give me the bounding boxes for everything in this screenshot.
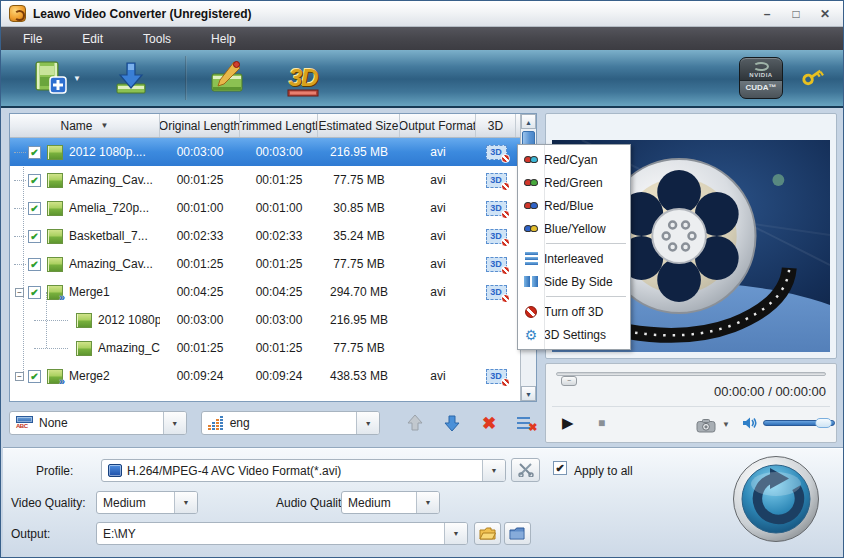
- tree-branch-line: [34, 348, 68, 349]
- 3d-off-badge[interactable]: 3D: [486, 229, 507, 244]
- subtitle-dropdown-arrow[interactable]: ▼: [163, 412, 186, 434]
- menu-item-interleaved[interactable]: Interleaved: [518, 247, 630, 270]
- menubar-item-edit[interactable]: Edit: [68, 29, 117, 49]
- row-name: Basketball_7...: [69, 229, 148, 243]
- row-checkbox[interactable]: ✔: [28, 286, 41, 299]
- close-button[interactable]: ✕: [815, 6, 835, 22]
- table-row[interactable]: −✔»Merge200:09:2400:09:24438.53 MBavi3D: [10, 362, 520, 390]
- profile-edit-button[interactable]: [511, 458, 540, 482]
- tree-collapse-box[interactable]: −: [15, 372, 24, 381]
- volume-slider-handle[interactable]: [815, 418, 832, 428]
- video-quality-select[interactable]: Medium ▼: [96, 491, 198, 514]
- 3d-off-badge[interactable]: 3D: [486, 173, 507, 188]
- sidebyside-icon: [518, 276, 544, 287]
- clear-list-button[interactable]: ✖: [516, 412, 537, 434]
- audio-track-select[interactable]: eng ▼: [201, 411, 381, 435]
- profile-value: H.264/MPEG-4 AVC Video Format(*.avi): [127, 464, 341, 478]
- move-down-button[interactable]: [441, 412, 462, 434]
- browse-folder-button[interactable]: [504, 522, 531, 545]
- menu-item-red-cyan[interactable]: Red/Cyan: [518, 148, 630, 171]
- audio-dropdown-arrow[interactable]: ▼: [356, 412, 379, 434]
- audio-quality-select[interactable]: Medium ▼: [341, 491, 440, 514]
- menubar-item-file[interactable]: File: [9, 29, 56, 49]
- edit-video-button[interactable]: [201, 54, 255, 102]
- scroll-up-button[interactable]: ▲: [521, 114, 536, 129]
- stop-button[interactable]: ■: [598, 416, 605, 430]
- menu-item-3d-settings[interactable]: ⚙3D Settings: [518, 323, 630, 346]
- audio-track-icon: [208, 416, 224, 431]
- menubar-item-tools[interactable]: Tools: [129, 29, 185, 49]
- column-header-trimmed-length[interactable]: Trimmed Length: [240, 114, 318, 137]
- column-header-output-format[interactable]: Output Format: [400, 114, 476, 137]
- register-key-button[interactable]: [801, 65, 825, 91]
- audio-quality-dropdown-arrow[interactable]: ▼: [416, 492, 439, 513]
- download-video-button[interactable]: [105, 54, 157, 102]
- row-checkbox[interactable]: ✔: [28, 230, 41, 243]
- play-button[interactable]: ▶: [562, 414, 574, 432]
- 3d-off-badge[interactable]: 3D: [486, 201, 507, 216]
- snapshot-button[interactable]: [696, 419, 716, 437]
- table-row[interactable]: ✔Basketball_7...00:02:3300:02:3335.24 MB…: [10, 222, 520, 250]
- column-header-3d[interactable]: 3D: [476, 114, 516, 137]
- table-row[interactable]: ✔2012 1080p....00:03:0000:03:00216.95 MB…: [10, 138, 520, 166]
- subtitle-select[interactable]: ABC None ▼: [9, 411, 187, 435]
- table-row[interactable]: ✔Amazing_Cav...00:01:2500:01:2577.75 MBa…: [10, 250, 520, 278]
- row-3d-cell: 3D: [476, 222, 516, 250]
- move-up-button[interactable]: [404, 412, 425, 434]
- menu-item-side-by-side[interactable]: Side By Side: [518, 270, 630, 293]
- table-row[interactable]: −✔»Merge100:04:2500:04:25294.70 MBavi3D: [10, 278, 520, 306]
- volume-slider[interactable]: [763, 420, 835, 426]
- move-down-icon: [443, 414, 461, 432]
- video-quality-dropdown-arrow[interactable]: ▼: [174, 492, 197, 513]
- menubar: FileEditToolsHelp: [1, 27, 843, 50]
- apply-to-all-checkbox[interactable]: ✔: [553, 461, 567, 475]
- snapshot-dropdown-caret[interactable]: ▼: [722, 420, 730, 429]
- row-3d-cell: [476, 306, 516, 334]
- add-video-button[interactable]: ▼: [23, 54, 89, 102]
- row-original-length: 00:01:25: [160, 334, 240, 362]
- menu-item-red-green[interactable]: Red/Green: [518, 171, 630, 194]
- column-header-name[interactable]: Name▼: [10, 114, 160, 137]
- menu-item-red-blue[interactable]: Red/Blue: [518, 194, 630, 217]
- scroll-down-button[interactable]: ▼: [521, 386, 536, 401]
- context-menu-3d: Red/CyanRed/GreenRed/BlueBlue/YellowInte…: [517, 144, 631, 350]
- table-row[interactable]: ✔Amazing_Cav...00:01:2500:01:2577.75 MBa…: [10, 166, 520, 194]
- menu-item-turn-off-3d[interactable]: Turn off 3D: [518, 300, 630, 323]
- row-3d-cell: 3D: [476, 194, 516, 222]
- row-checkbox[interactable]: ✔: [28, 174, 41, 187]
- open-folder-button[interactable]: [474, 522, 501, 545]
- row-checkbox[interactable]: ✔: [28, 258, 41, 271]
- 3d-off-badge[interactable]: 3D: [486, 257, 507, 272]
- convert-button[interactable]: [732, 455, 820, 547]
- profile-dropdown-arrow[interactable]: ▼: [482, 460, 505, 481]
- output-path-input[interactable]: E:\MY ▼: [96, 522, 468, 545]
- seek-slider[interactable]: −: [556, 372, 826, 376]
- maximize-button[interactable]: □: [786, 6, 806, 22]
- 3d-off-badge[interactable]: 3D: [486, 285, 507, 300]
- row-name: 2012 1080p....: [69, 145, 146, 159]
- 3d-movie-button[interactable]: 3D: [281, 54, 326, 102]
- output-dropdown-arrow[interactable]: ▼: [444, 523, 467, 544]
- table-row[interactable]: Amazing_Cav...00:01:2500:01:2577.75 MB: [10, 334, 520, 362]
- tree-branch-line: [34, 320, 68, 321]
- row-checkbox[interactable]: ✔: [28, 202, 41, 215]
- column-header-original-length[interactable]: Original Length: [160, 114, 240, 137]
- column-header-estimated-size[interactable]: Estimated Size: [318, 114, 400, 137]
- tree-collapse-box[interactable]: −: [15, 288, 24, 297]
- remove-file-button[interactable]: ✖: [479, 412, 500, 434]
- volume-icon[interactable]: [742, 416, 758, 430]
- table-row[interactable]: 2012 1080p....00:03:0000:03:00216.95 MB: [10, 306, 520, 334]
- table-row[interactable]: ✔Amelia_720p...00:01:0000:01:0030.85 MBa…: [10, 194, 520, 222]
- profile-select[interactable]: H.264/MPEG-4 AVC Video Format(*.avi) ▼: [101, 459, 506, 482]
- menu-item-label: 3D Settings: [544, 328, 606, 342]
- 3d-off-badge[interactable]: 3D: [486, 369, 507, 384]
- minimize-button[interactable]: –: [757, 6, 777, 22]
- row-checkbox[interactable]: ✔: [28, 146, 41, 159]
- menubar-item-help[interactable]: Help: [197, 29, 250, 49]
- clear-list-icon: ✖: [517, 415, 535, 431]
- 3d-off-badge[interactable]: 3D: [486, 145, 507, 160]
- row-checkbox[interactable]: ✔: [28, 370, 41, 383]
- menu-item-blue-yellow[interactable]: Blue/Yellow: [518, 217, 630, 240]
- add-video-dropdown-caret[interactable]: ▼: [73, 74, 81, 83]
- seek-slider-handle[interactable]: −: [561, 376, 577, 386]
